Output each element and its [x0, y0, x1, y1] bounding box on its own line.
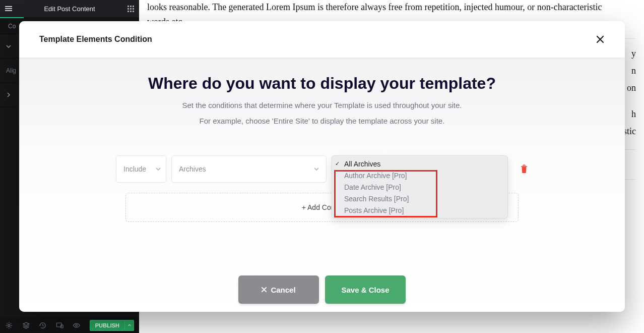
include-select-value: Include	[123, 165, 146, 173]
target-select[interactable]: ✓ All Archives Author Archive [Pro] Date…	[332, 155, 508, 183]
dropdown-option[interactable]: Author Archive [Pro]	[332, 170, 507, 181]
dropdown-option-label: All Archives	[344, 160, 380, 168]
modal-headline: Where do you want to display your templa…	[19, 74, 625, 93]
type-select-value: Archives	[179, 165, 206, 173]
modal-overlay: Template Elements Condition Where do you…	[0, 0, 644, 333]
type-select[interactable]: Archives	[171, 155, 327, 183]
modal-body: Where do you want to display your templa…	[19, 58, 625, 312]
trash-icon[interactable]	[520, 164, 528, 174]
cancel-button[interactable]: Cancel	[238, 275, 319, 304]
dropdown-option-label: Author Archive [Pro]	[344, 172, 407, 180]
dropdown-option[interactable]: Search Results [Pro]	[332, 193, 507, 204]
modal-header: Template Elements Condition	[19, 21, 625, 58]
condition-row: Include Archives ✓ All Archives	[116, 155, 528, 183]
close-icon	[262, 287, 267, 292]
checkmark-icon: ✓	[335, 160, 342, 167]
modal-title: Template Elements Condition	[39, 35, 152, 44]
dropdown-option[interactable]: Posts Archive [Pro]	[332, 204, 507, 216]
include-select[interactable]: Include	[116, 155, 166, 183]
chevron-down-icon	[314, 166, 319, 172]
chevron-down-icon	[156, 166, 161, 172]
conditions-modal: Template Elements Condition Where do you…	[19, 21, 625, 312]
dropdown-option[interactable]: Date Archive [Pro]	[332, 181, 507, 193]
dropdown-option-label: Search Results [Pro]	[344, 195, 409, 203]
target-dropdown: ✓ All Archives Author Archive [Pro] Date…	[332, 155, 508, 218]
modal-footer: Cancel Save & Close	[19, 275, 625, 304]
save-close-button[interactable]: Save & Close	[325, 275, 406, 304]
cancel-button-label: Cancel	[271, 286, 295, 294]
dropdown-option-label: Posts Archive [Pro]	[344, 206, 404, 214]
modal-subtitle-2: For example, choose 'Entire Site' to dis…	[19, 117, 625, 125]
modal-subtitle-1: Set the conditions that determine where …	[19, 101, 625, 109]
close-icon[interactable]	[596, 35, 605, 44]
dropdown-option[interactable]: ✓ All Archives	[332, 158, 507, 170]
dropdown-option-label: Date Archive [Pro]	[344, 183, 401, 191]
save-button-label: Save & Close	[341, 286, 389, 294]
